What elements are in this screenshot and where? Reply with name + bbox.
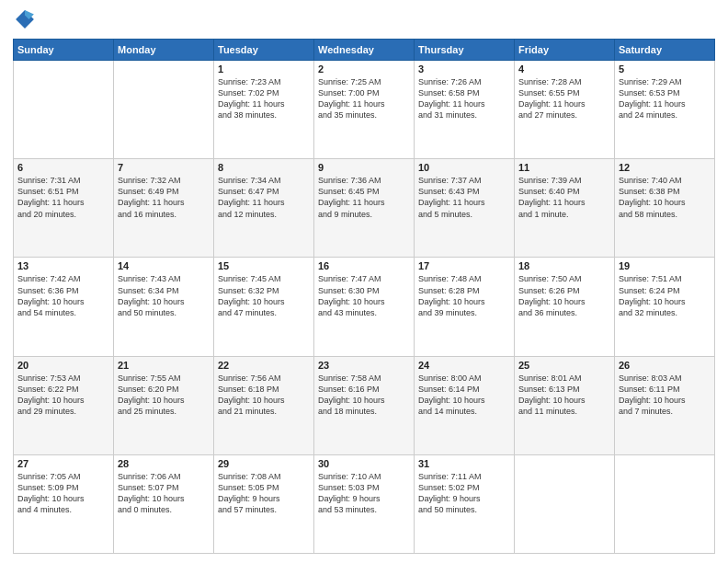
day-number: 31 — [418, 458, 510, 469]
day-info: Sunrise: 7:29 AM Sunset: 6:53 PM Dayligh… — [619, 76, 711, 121]
day-info: Sunrise: 7:34 AM Sunset: 6:47 PM Dayligh… — [218, 175, 310, 220]
day-info: Sunrise: 7:25 AM Sunset: 7:00 PM Dayligh… — [318, 76, 410, 121]
day-number: 11 — [518, 162, 610, 173]
day-info: Sunrise: 7:42 AM Sunset: 6:36 PM Dayligh… — [17, 273, 109, 318]
day-info: Sunrise: 7:45 AM Sunset: 6:32 PM Dayligh… — [218, 273, 310, 318]
calendar-cell: 31Sunrise: 7:11 AM Sunset: 5:02 PM Dayli… — [415, 454, 515, 553]
day-number: 7 — [118, 162, 210, 173]
calendar-cell: 9Sunrise: 7:36 AM Sunset: 6:45 PM Daylig… — [314, 159, 415, 258]
calendar-cell: 25Sunrise: 8:01 AM Sunset: 6:13 PM Dayli… — [515, 356, 615, 454]
calendar-week-3: 13Sunrise: 7:42 AM Sunset: 6:36 PM Dayli… — [14, 258, 715, 356]
calendar-week-5: 27Sunrise: 7:05 AM Sunset: 5:09 PM Dayli… — [14, 454, 715, 553]
day-number: 22 — [218, 360, 310, 371]
day-info: Sunrise: 7:51 AM Sunset: 6:24 PM Dayligh… — [619, 273, 711, 318]
calendar-page: SundayMondayTuesdayWednesdayThursdayFrid… — [0, 0, 728, 563]
calendar-table: SundayMondayTuesdayWednesdayThursdayFrid… — [13, 39, 715, 554]
day-number: 8 — [218, 162, 310, 173]
calendar-cell — [515, 454, 615, 553]
calendar-cell: 20Sunrise: 7:53 AM Sunset: 6:22 PM Dayli… — [14, 356, 114, 454]
calendar-cell: 5Sunrise: 7:29 AM Sunset: 6:53 PM Daylig… — [615, 61, 715, 159]
calendar-cell: 22Sunrise: 7:56 AM Sunset: 6:18 PM Dayli… — [214, 356, 314, 454]
calendar-header-row: SundayMondayTuesdayWednesdayThursdayFrid… — [14, 40, 715, 61]
day-number: 5 — [619, 63, 711, 75]
calendar-cell: 10Sunrise: 7:37 AM Sunset: 6:43 PM Dayli… — [415, 159, 515, 258]
day-info: Sunrise: 7:28 AM Sunset: 6:55 PM Dayligh… — [518, 76, 610, 121]
calendar-cell: 6Sunrise: 7:31 AM Sunset: 6:51 PM Daylig… — [14, 159, 114, 258]
calendar-cell: 21Sunrise: 7:55 AM Sunset: 6:20 PM Dayli… — [114, 356, 214, 454]
calendar-cell: 29Sunrise: 7:08 AM Sunset: 5:05 PM Dayli… — [214, 454, 314, 553]
day-info: Sunrise: 7:36 AM Sunset: 6:45 PM Dayligh… — [318, 175, 410, 220]
day-number: 1 — [218, 63, 310, 75]
calendar-cell — [14, 61, 114, 159]
column-header-monday: Monday — [114, 40, 214, 61]
day-number: 10 — [418, 162, 510, 173]
day-number: 2 — [318, 63, 410, 75]
calendar-cell: 13Sunrise: 7:42 AM Sunset: 6:36 PM Dayli… — [14, 258, 114, 356]
day-info: Sunrise: 7:08 AM Sunset: 5:05 PM Dayligh… — [218, 471, 310, 516]
day-info: Sunrise: 8:00 AM Sunset: 6:14 PM Dayligh… — [418, 373, 510, 418]
day-info: Sunrise: 7:37 AM Sunset: 6:43 PM Dayligh… — [418, 175, 510, 220]
calendar-week-1: 1Sunrise: 7:23 AM Sunset: 7:02 PM Daylig… — [14, 61, 715, 159]
calendar-cell: 18Sunrise: 7:50 AM Sunset: 6:26 PM Dayli… — [515, 258, 615, 356]
day-info: Sunrise: 7:06 AM Sunset: 5:07 PM Dayligh… — [118, 471, 210, 516]
day-number: 29 — [218, 458, 310, 469]
day-number: 20 — [17, 360, 109, 371]
day-info: Sunrise: 7:32 AM Sunset: 6:49 PM Dayligh… — [118, 175, 210, 220]
day-number: 17 — [418, 260, 510, 271]
column-header-friday: Friday — [515, 40, 615, 61]
day-info: Sunrise: 7:56 AM Sunset: 6:18 PM Dayligh… — [218, 373, 310, 418]
day-info: Sunrise: 7:05 AM Sunset: 5:09 PM Dayligh… — [17, 471, 109, 516]
day-info: Sunrise: 7:48 AM Sunset: 6:28 PM Dayligh… — [418, 273, 510, 318]
day-info: Sunrise: 7:31 AM Sunset: 6:51 PM Dayligh… — [17, 175, 109, 220]
day-info: Sunrise: 7:47 AM Sunset: 6:30 PM Dayligh… — [318, 273, 410, 318]
day-number: 27 — [17, 458, 109, 469]
calendar-cell — [615, 454, 715, 553]
calendar-cell: 30Sunrise: 7:10 AM Sunset: 5:03 PM Dayli… — [314, 454, 415, 553]
day-info: Sunrise: 7:53 AM Sunset: 6:22 PM Dayligh… — [17, 373, 109, 418]
calendar-cell: 12Sunrise: 7:40 AM Sunset: 6:38 PM Dayli… — [615, 159, 715, 258]
column-header-sunday: Sunday — [14, 40, 114, 61]
day-info: Sunrise: 7:43 AM Sunset: 6:34 PM Dayligh… — [118, 273, 210, 318]
day-info: Sunrise: 7:10 AM Sunset: 5:03 PM Dayligh… — [318, 471, 410, 516]
column-header-tuesday: Tuesday — [214, 40, 314, 61]
calendar-cell: 2Sunrise: 7:25 AM Sunset: 7:00 PM Daylig… — [314, 61, 415, 159]
calendar-cell: 14Sunrise: 7:43 AM Sunset: 6:34 PM Dayli… — [114, 258, 214, 356]
calendar-cell: 28Sunrise: 7:06 AM Sunset: 5:07 PM Dayli… — [114, 454, 214, 553]
day-number: 9 — [318, 162, 410, 173]
calendar-cell: 15Sunrise: 7:45 AM Sunset: 6:32 PM Dayli… — [214, 258, 314, 356]
day-number: 4 — [518, 63, 610, 75]
column-header-saturday: Saturday — [615, 40, 715, 61]
column-header-thursday: Thursday — [415, 40, 515, 61]
calendar-cell: 1Sunrise: 7:23 AM Sunset: 7:02 PM Daylig… — [214, 61, 314, 159]
day-info: Sunrise: 7:11 AM Sunset: 5:02 PM Dayligh… — [418, 471, 510, 516]
calendar-week-2: 6Sunrise: 7:31 AM Sunset: 6:51 PM Daylig… — [14, 159, 715, 258]
day-number: 19 — [619, 260, 711, 271]
day-info: Sunrise: 7:39 AM Sunset: 6:40 PM Dayligh… — [518, 175, 610, 220]
logo — [13, 9, 35, 33]
day-number: 25 — [518, 360, 610, 371]
calendar-cell: 11Sunrise: 7:39 AM Sunset: 6:40 PM Dayli… — [515, 159, 615, 258]
calendar-cell: 24Sunrise: 8:00 AM Sunset: 6:14 PM Dayli… — [415, 356, 515, 454]
calendar-cell: 16Sunrise: 7:47 AM Sunset: 6:30 PM Dayli… — [314, 258, 415, 356]
day-number: 3 — [418, 63, 510, 75]
day-info: Sunrise: 7:50 AM Sunset: 6:26 PM Dayligh… — [518, 273, 610, 318]
calendar-cell: 7Sunrise: 7:32 AM Sunset: 6:49 PM Daylig… — [114, 159, 214, 258]
logo-area — [13, 9, 39, 33]
day-number: 12 — [619, 162, 711, 173]
calendar-cell: 23Sunrise: 7:58 AM Sunset: 6:16 PM Dayli… — [314, 356, 415, 454]
day-number: 24 — [418, 360, 510, 371]
calendar-cell: 4Sunrise: 7:28 AM Sunset: 6:55 PM Daylig… — [515, 61, 615, 159]
day-number: 30 — [318, 458, 410, 469]
day-number: 15 — [218, 260, 310, 271]
calendar-cell: 17Sunrise: 7:48 AM Sunset: 6:28 PM Dayli… — [415, 258, 515, 356]
day-number: 14 — [118, 260, 210, 271]
calendar-cell: 27Sunrise: 7:05 AM Sunset: 5:09 PM Dayli… — [14, 454, 114, 553]
calendar-cell: 26Sunrise: 8:03 AM Sunset: 6:11 PM Dayli… — [615, 356, 715, 454]
day-number: 6 — [17, 162, 109, 173]
day-number: 16 — [318, 260, 410, 271]
day-number: 23 — [318, 360, 410, 371]
day-number: 21 — [118, 360, 210, 371]
day-info: Sunrise: 8:01 AM Sunset: 6:13 PM Dayligh… — [518, 373, 610, 418]
calendar-cell — [114, 61, 214, 159]
calendar-cell: 3Sunrise: 7:26 AM Sunset: 6:58 PM Daylig… — [415, 61, 515, 159]
